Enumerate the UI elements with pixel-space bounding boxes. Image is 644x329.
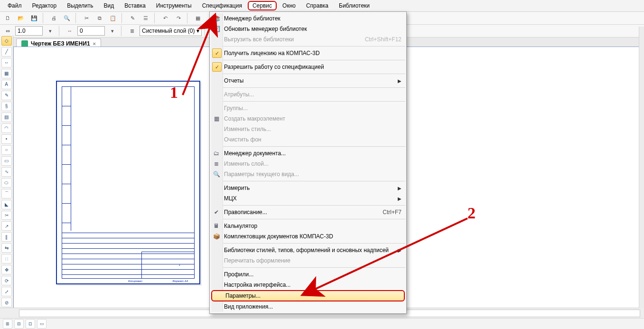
calc-icon: 🖩 bbox=[213, 222, 220, 230]
menu-file[interactable]: Файл bbox=[3, 1, 27, 10]
mi-params[interactable]: Параметры... bbox=[211, 290, 405, 301]
mi-license[interactable]: ✓Получить лицензию на КОМПАС-3D bbox=[210, 48, 406, 58]
tool-array-icon[interactable]: ∷ bbox=[1, 254, 12, 263]
tool-mirror-icon[interactable]: ⇆ bbox=[1, 243, 12, 253]
tool-spline-icon[interactable]: ∿ bbox=[1, 167, 12, 177]
drawing-sheet: 1 Копировал Формат A4 bbox=[56, 81, 200, 284]
view-icon: 🔍 bbox=[213, 170, 220, 178]
mi-curview: 🔍Параметры текущего вида... bbox=[210, 169, 406, 179]
abc-icon: ✔ bbox=[213, 208, 220, 216]
menu-bar: Файл Редактор Выделить Вид Вставка Инстр… bbox=[0, 0, 644, 12]
paste-icon[interactable]: 📋 bbox=[107, 12, 119, 24]
tool-text-icon[interactable]: A bbox=[1, 80, 12, 89]
bb-2-icon[interactable]: ⊟ bbox=[14, 319, 24, 329]
tool-rotate-icon[interactable]: ⟳ bbox=[1, 276, 12, 285]
tool-circle-icon[interactable]: ○ bbox=[1, 145, 12, 155]
library-icon[interactable]: ▦ bbox=[192, 12, 204, 24]
step-input[interactable] bbox=[77, 26, 105, 36]
menu-tools[interactable]: Инструменты bbox=[151, 1, 196, 10]
menu-insert[interactable]: Вставка bbox=[120, 1, 150, 10]
close-tab-icon[interactable]: × bbox=[93, 41, 96, 47]
tool-geometry-icon[interactable]: ◇ bbox=[1, 36, 12, 46]
submenu-arrow-icon: ▶ bbox=[398, 186, 401, 191]
tool-rect-icon[interactable]: ▭ bbox=[1, 156, 12, 166]
mi-mcx[interactable]: МЦХ▶ bbox=[210, 193, 406, 204]
tool-move-icon[interactable]: ✥ bbox=[1, 265, 12, 274]
copy-icon[interactable]: ⧉ bbox=[94, 12, 105, 24]
mi-chstyle: Изменить стиль... bbox=[210, 124, 406, 134]
tool-edit-icon[interactable]: ✎ bbox=[1, 91, 12, 100]
mi-spelling[interactable]: ✔Правописание...Ctrl+F7 bbox=[210, 207, 406, 217]
mi-komplekt[interactable]: 📦Комплектовщик документов КОМПАС-3D bbox=[210, 231, 406, 242]
mi-macro: ▦Создать макроэлемент bbox=[210, 113, 406, 124]
sheet-page-num: 1 bbox=[179, 263, 180, 266]
mi-lib-unload: Выгрузить все библиотекиCtrl+Shift+F12 bbox=[210, 34, 406, 45]
tool-symbol-icon[interactable]: § bbox=[1, 102, 12, 111]
chevron-down-icon: ▾ bbox=[196, 28, 199, 34]
mi-calc[interactable]: 🖩Калькулятор bbox=[210, 221, 406, 231]
macro-icon: ▦ bbox=[213, 115, 220, 122]
tool-extend-icon[interactable]: ↗ bbox=[1, 221, 12, 231]
tool-point-icon[interactable]: • bbox=[1, 134, 12, 144]
cut-icon[interactable]: ✂ bbox=[81, 12, 92, 24]
annotation-2: 2 bbox=[467, 204, 476, 222]
step-icon[interactable]: ↔ bbox=[64, 25, 75, 37]
menu-service[interactable]: Сервис bbox=[248, 1, 277, 10]
sheet-footer-right: Формат A4 bbox=[172, 280, 188, 282]
submenu-arrow-icon: ▶ bbox=[398, 78, 401, 84]
mi-stylelib[interactable]: Библиотеки стилей, типов, оформлений и о… bbox=[210, 245, 406, 255]
bb-3-icon[interactable]: ⊡ bbox=[26, 319, 35, 329]
props-icon[interactable]: ☰ bbox=[140, 12, 151, 24]
mi-measure[interactable]: Измерить▶ bbox=[210, 183, 406, 193]
mi-profiles[interactable]: Профили... bbox=[210, 269, 406, 280]
bb-4-icon[interactable]: ▭ bbox=[37, 319, 47, 329]
mi-uiset[interactable]: Настройка интерфейса... bbox=[210, 280, 406, 290]
print-icon[interactable]: 🖨 bbox=[48, 12, 59, 24]
menu-window[interactable]: Окно bbox=[278, 1, 300, 10]
tool-scale-icon[interactable]: ⤢ bbox=[1, 287, 12, 296]
service-menu: 📚Менеджер библиотек 🔄Обновить менеджер б… bbox=[209, 11, 407, 314]
mi-lib-update[interactable]: 🔄Обновить менеджер библиотек bbox=[210, 24, 406, 34]
menu-editor[interactable]: Редактор bbox=[28, 1, 62, 10]
tool-ellipse-icon[interactable]: ⬭ bbox=[1, 178, 12, 188]
layer-select[interactable]: Системный слой (0) ▾ bbox=[140, 26, 202, 36]
submenu-arrow-icon: ▶ bbox=[398, 248, 401, 253]
mi-spec-allow[interactable]: ✓Разрешить работу со спецификацией bbox=[210, 62, 406, 72]
scale-input[interactable] bbox=[15, 26, 43, 36]
tool-arc-icon[interactable]: ◠ bbox=[1, 123, 12, 133]
mi-doc-mgr[interactable]: 🗂Менеджер документа... bbox=[210, 148, 406, 159]
redo-icon[interactable]: ↷ bbox=[173, 12, 184, 24]
scale-dropdown-icon[interactable]: ▾ bbox=[45, 25, 56, 37]
preview-icon[interactable]: 🔍 bbox=[61, 12, 73, 24]
save-icon[interactable]: 💾 bbox=[28, 12, 40, 24]
mi-appview[interactable]: Вид приложения... bbox=[210, 301, 406, 312]
tool-trim-icon[interactable]: ✂ bbox=[1, 211, 12, 220]
tool-break-icon[interactable]: ⊘ bbox=[1, 298, 12, 307]
tool-offset-icon[interactable]: ‖ bbox=[1, 232, 12, 242]
check-icon: ✓ bbox=[212, 62, 222, 72]
new-icon[interactable]: 🗋 bbox=[2, 12, 13, 24]
tool-table-icon[interactable]: ▤ bbox=[1, 113, 12, 122]
step-dropdown-icon[interactable]: ▾ bbox=[107, 25, 118, 37]
tool-chamfer-icon[interactable]: ◣ bbox=[1, 200, 12, 209]
app-window: Файл Редактор Выделить Вид Вставка Инстр… bbox=[0, 0, 644, 329]
mi-clearbg: Очистить фон bbox=[210, 134, 406, 145]
menu-select[interactable]: Выделить bbox=[62, 1, 98, 10]
right-scrollbar[interactable] bbox=[639, 27, 644, 308]
undo-icon[interactable]: ↶ bbox=[159, 12, 171, 24]
menu-spec[interactable]: Спецификация bbox=[197, 1, 247, 10]
menu-view[interactable]: Вид bbox=[99, 1, 119, 10]
brush-icon[interactable]: ✎ bbox=[127, 12, 138, 24]
menu-libs[interactable]: Библиотеки bbox=[334, 1, 374, 10]
layer-label: Системный слой (0) bbox=[142, 28, 195, 34]
mi-lib-manager[interactable]: 📚Менеджер библиотек bbox=[210, 13, 406, 24]
open-icon[interactable]: 📂 bbox=[15, 12, 27, 24]
tool-fillet-icon[interactable]: ⌒ bbox=[1, 189, 12, 198]
tool-hatch-icon[interactable]: ▦ bbox=[1, 69, 12, 78]
tool-dimension-icon[interactable]: ↔ bbox=[1, 58, 12, 67]
layer-icon[interactable]: ≣ bbox=[126, 25, 138, 37]
mi-reports[interactable]: Отчеты▶ bbox=[210, 75, 406, 86]
menu-help[interactable]: Справка bbox=[301, 1, 333, 10]
bb-1-icon[interactable]: ⊞ bbox=[3, 319, 12, 329]
tool-line-icon[interactable]: ╱ bbox=[1, 47, 12, 56]
